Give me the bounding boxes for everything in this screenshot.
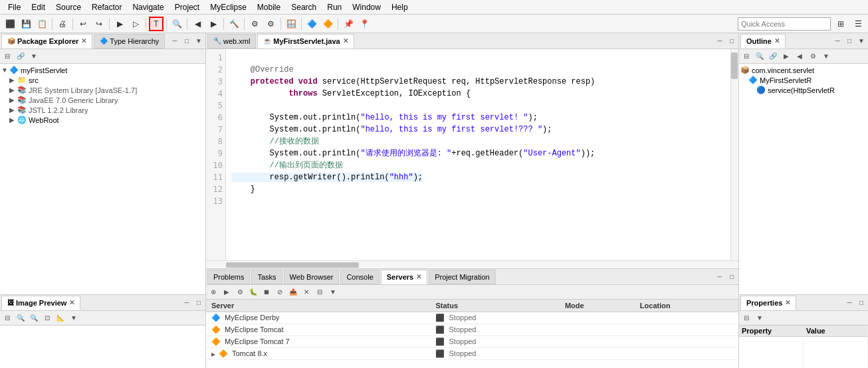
maximize-bottom-btn[interactable]: □ [726, 272, 737, 282]
outline-btn4[interactable]: ▶ [780, 50, 792, 62]
tab-type-hierarchy[interactable]: 🔷 Type Hierarchy [94, 34, 165, 48]
outline-menu-btn[interactable]: ▼ [856, 36, 867, 46]
server-menu-btn[interactable]: ▼ [327, 286, 339, 298]
quick-access-icon2[interactable]: ☰ [851, 17, 865, 31]
editor-h-scrollbar[interactable] [206, 260, 738, 268]
link-editor-btn[interactable]: 🔗 [15, 50, 27, 62]
server-btn1[interactable]: ⚙ [247, 17, 262, 31]
tree-javaee[interactable]: ▶ 📚 JavaEE 7.0 Generic Library [1, 95, 204, 105]
img-menu-btn[interactable]: ▼ [68, 312, 80, 324]
server-debug-btn[interactable]: 🐛 [247, 286, 259, 298]
tab-outline-close[interactable]: ✕ [774, 37, 780, 45]
tab-servers[interactable]: Servers ✕ [381, 270, 427, 284]
maximize-image-btn[interactable]: □ [193, 298, 204, 308]
maximize-left-btn[interactable]: □ [181, 36, 192, 46]
props-btn1[interactable]: ⊟ [740, 312, 752, 324]
server-btn2[interactable]: ⚙ [263, 17, 278, 31]
minimize-outline-btn[interactable]: ─ [832, 36, 843, 46]
tab-project-migration[interactable]: Project Migration [429, 270, 496, 284]
outline-package[interactable]: 📦 com.vincent.servlet [740, 65, 867, 75]
server-start-btn[interactable]: ▶ [221, 286, 233, 298]
server-remove-btn[interactable]: ✕ [300, 286, 312, 298]
run-debug-button[interactable]: ▶ [112, 17, 127, 31]
props-btn2[interactable]: ▼ [754, 312, 766, 324]
server-row-tomcat8[interactable]: ▶ 🔶 Tomcat 8.x ⬛ Stopped [206, 348, 738, 360]
tree-jstl[interactable]: ▶ 📚 JSTL 1.2.2 Library [1, 105, 204, 115]
server-publish-btn[interactable]: 📤 [287, 286, 299, 298]
menu-source[interactable]: Source [51, 1, 86, 13]
run-button[interactable]: ▷ [128, 17, 143, 31]
outline-btn3[interactable]: 🔗 [767, 50, 779, 62]
img-btn4[interactable]: ⊡ [41, 312, 53, 324]
quick-access-input[interactable] [738, 17, 831, 31]
server-stop-btn[interactable]: ⏹ [261, 286, 272, 298]
perspective-btn[interactable]: 🪟 [284, 17, 298, 31]
menu-file[interactable]: File [3, 1, 26, 13]
minimize-left-btn[interactable]: ─ [169, 36, 180, 46]
tab-package-explorer[interactable]: 📦 Package Explorer ✕ [1, 34, 92, 48]
server-row-tomcat[interactable]: 🔶 MyEclipse Tomcat ⬛ Stopped [206, 324, 738, 336]
tab-outline[interactable]: Outline ✕ [740, 34, 786, 48]
tree-jre[interactable]: ▶ 📚 JRE System Library [JavaSE-1.7] [1, 85, 204, 95]
outline-class[interactable]: 🔷 MyFirstServletR [740, 75, 867, 85]
server-collapse-btn[interactable]: ⊟ [314, 286, 326, 298]
server-row-derby[interactable]: 🔷 MyEclipse Derby ⬛ Stopped [206, 312, 738, 324]
outline-btn2[interactable]: 🔍 [754, 50, 766, 62]
menu-edit[interactable]: Edit [26, 1, 51, 13]
minimize-image-btn[interactable]: ─ [181, 298, 192, 308]
extra-btn2[interactable]: 📍 [357, 17, 372, 31]
tab-web-browser[interactable]: Web Browser [284, 270, 340, 284]
server-disconnect-btn[interactable]: ⊘ [274, 286, 286, 298]
outline-btn1[interactable]: ⊟ [740, 50, 752, 62]
menu-mobile[interactable]: Mobile [252, 1, 286, 13]
tab-image-preview[interactable]: 🖼 Image Preview ✕ [1, 296, 80, 310]
tab-problems[interactable]: Problems [207, 270, 250, 284]
tree-src[interactable]: ▶ 📁 src [1, 75, 204, 85]
code-area[interactable]: @Override protected void service(HttpSer… [226, 49, 730, 260]
new-button[interactable]: ⬛ [3, 17, 17, 31]
tab-package-close[interactable]: ✕ [81, 37, 86, 45]
server-new-btn[interactable]: ⊕ [207, 286, 219, 298]
menu-myeclipse[interactable]: MyEclipse [205, 1, 252, 13]
menu-search[interactable]: Search [286, 1, 322, 13]
menu-window[interactable]: Window [347, 1, 386, 13]
img-btn5[interactable]: 📐 [54, 312, 66, 324]
tab-properties-close[interactable]: ✕ [785, 299, 790, 306]
outline-method[interactable]: 🔵 service(HttpServletR [740, 85, 867, 95]
collapse-all-btn[interactable]: ⊟ [1, 50, 13, 62]
expand-arrow-tomcat8[interactable]: ▶ [211, 351, 215, 357]
quick-access-icon1[interactable]: ⊞ [833, 17, 848, 31]
myeclipse-btn1[interactable]: 🔷 [304, 17, 319, 31]
tab-tasks[interactable]: Tasks [251, 270, 282, 284]
save-all-button[interactable]: 📋 [35, 17, 49, 31]
maximize-outline-btn[interactable]: □ [844, 36, 855, 46]
server-run-btn[interactable]: ⚙ [234, 286, 246, 298]
myeclipse-btn2[interactable]: 🔶 [320, 17, 335, 31]
tab-servlet-java[interactable]: ☕ MyFirstServlet.java ✕ [257, 34, 354, 48]
minimize-editor-btn[interactable]: ─ [714, 36, 725, 46]
menu-help[interactable]: Help [386, 1, 413, 13]
outline-btn5[interactable]: ◀ [794, 50, 806, 62]
menu-navigate[interactable]: Navigate [127, 1, 169, 13]
img-btn1[interactable]: ⊟ [1, 312, 13, 324]
tab-web-xml[interactable]: 🔧 web.xml [207, 34, 256, 48]
editor-content[interactable]: 12345 678910 111213 @Override protected … [206, 49, 738, 260]
next-edit-button[interactable]: ▶ [206, 17, 221, 31]
redo-button[interactable]: ↪ [92, 17, 106, 31]
open-type-button[interactable]: T [149, 17, 163, 31]
view-menu-left-btn[interactable]: ▼ [193, 36, 204, 46]
minimize-props-btn[interactable]: ─ [844, 298, 855, 308]
tab-image-close[interactable]: ✕ [69, 299, 74, 306]
extra-btn1[interactable]: 📌 [341, 17, 356, 31]
outline-menu-btn2[interactable]: ▼ [820, 50, 832, 62]
menu-refactor[interactable]: Refactor [86, 1, 127, 13]
undo-button[interactable]: ↩ [76, 17, 90, 31]
outline-btn6[interactable]: ⚙ [807, 50, 819, 62]
img-btn3[interactable]: 🔍 [28, 312, 40, 324]
server-row-tomcat7[interactable]: 🔶 MyEclipse Tomcat 7 ⬛ Stopped [206, 336, 738, 348]
tab-console[interactable]: Console [340, 270, 379, 284]
img-btn2[interactable]: 🔍 [15, 312, 27, 324]
menu-project[interactable]: Project [169, 1, 205, 13]
build-button[interactable]: 🔨 [227, 17, 241, 31]
explorer-menu-btn[interactable]: ▼ [28, 50, 40, 62]
